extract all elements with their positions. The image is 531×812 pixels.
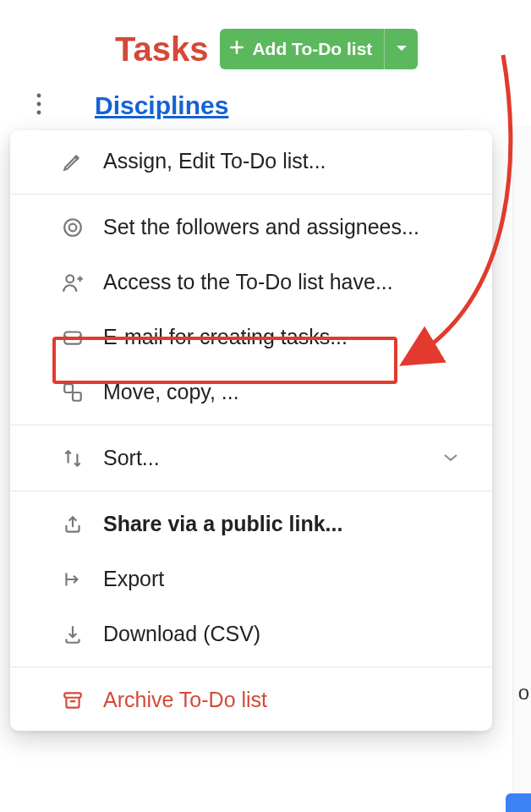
svg-rect-8 xyxy=(73,392,81,401)
svg-point-3 xyxy=(64,219,81,236)
menu-item-label: E-mail for creating tasks... xyxy=(103,325,348,349)
mail-icon xyxy=(61,326,85,348)
add-todo-button[interactable]: Add To-Do list xyxy=(220,29,384,69)
menu-separator xyxy=(10,194,492,195)
user-plus-icon xyxy=(61,272,85,294)
svg-point-2 xyxy=(37,111,41,115)
menu-item-archive[interactable]: Archive To-Do list xyxy=(10,672,492,727)
background-sidebar xyxy=(512,125,531,812)
menu-separator xyxy=(10,425,492,425)
list-title-link[interactable]: Disciplines xyxy=(95,91,228,120)
list-menu-trigger[interactable] xyxy=(36,92,42,119)
pencil-icon xyxy=(61,151,85,173)
svg-point-5 xyxy=(66,275,74,283)
kebab-icon xyxy=(36,92,42,119)
chevron-down-icon xyxy=(443,449,458,467)
download-icon xyxy=(61,623,85,645)
export-icon xyxy=(61,568,85,590)
menu-item-followers[interactable]: Set the followers and assignees... xyxy=(10,200,492,255)
menu-item-assign[interactable]: Assign, Edit To-Do list... xyxy=(10,134,492,189)
share-icon xyxy=(61,513,85,535)
menu-item-label: Sort... xyxy=(103,446,160,470)
svg-rect-7 xyxy=(64,384,73,392)
add-todo-dropdown-toggle[interactable] xyxy=(384,29,418,69)
menu-item-access[interactable]: Access to the To-Do list have... xyxy=(10,255,492,310)
add-todo-button-group: Add To-Do list xyxy=(220,29,418,69)
background-text-fragment: o l xyxy=(518,681,531,705)
menu-item-label: Export xyxy=(103,567,164,591)
menu-item-label: Set the followers and assignees... xyxy=(103,215,419,239)
menu-item-label: Share via a public link... xyxy=(103,512,342,536)
menu-separator xyxy=(10,667,492,667)
page-title: Tasks xyxy=(115,30,208,69)
menu-item-label: Move, copy, ... xyxy=(103,380,239,404)
menu-item-label: Archive To-Do list xyxy=(103,688,267,712)
archive-icon xyxy=(61,689,85,711)
menu-item-label: Assign, Edit To-Do list... xyxy=(103,149,326,173)
list-header-row: Disciplines xyxy=(0,69,531,129)
add-todo-button-label: Add To-Do list xyxy=(252,39,372,59)
menu-item-label: Access to the To-Do list have... xyxy=(103,270,393,294)
menu-item-label: Download (CSV) xyxy=(103,622,260,646)
eye-icon xyxy=(61,217,85,239)
svg-point-4 xyxy=(69,223,77,231)
tasks-header: Tasks Add To-Do list xyxy=(0,0,531,69)
menu-item-email[interactable]: E-mail for creating tasks... xyxy=(10,310,492,365)
menu-item-download[interactable]: Download (CSV) xyxy=(10,606,492,661)
menu-item-export[interactable]: Export xyxy=(10,551,492,606)
svg-point-0 xyxy=(37,94,41,98)
caret-down-icon xyxy=(396,43,408,56)
svg-rect-9 xyxy=(64,693,81,697)
background-pill xyxy=(506,793,531,812)
move-icon xyxy=(61,381,85,403)
list-context-menu: Assign, Edit To-Do list... Set the follo… xyxy=(10,130,492,731)
menu-separator xyxy=(10,491,492,491)
menu-item-share[interactable]: Share via a public link... xyxy=(10,497,492,551)
menu-item-move[interactable]: Move, copy, ... xyxy=(10,365,492,420)
svg-point-1 xyxy=(37,102,41,107)
menu-item-sort[interactable]: Sort... xyxy=(10,431,492,486)
sort-icon xyxy=(61,447,85,469)
plus-icon xyxy=(228,39,245,60)
